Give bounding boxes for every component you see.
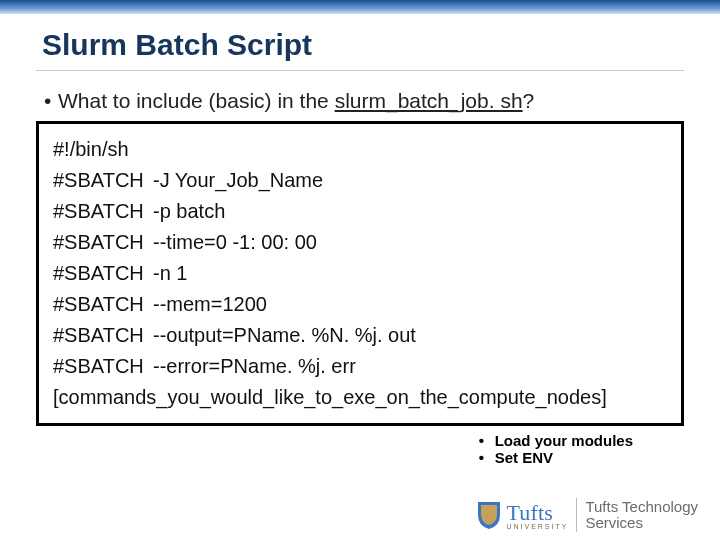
slide-title: Slurm Batch Script — [0, 14, 720, 62]
code-directive: #SBATCH--time=0 -1: 00: 00 — [53, 227, 669, 258]
slide: Slurm Batch Script • What to include (ba… — [0, 0, 720, 540]
code-shebang: #!/bin/sh — [53, 134, 669, 165]
intro-prefix: What to include (basic) in the — [58, 89, 335, 112]
intro-filename: slurm_batch_job. sh — [335, 89, 523, 112]
intro-bullet: • What to include (basic) in the slurm_b… — [0, 71, 720, 119]
note-item: Set ENV — [495, 449, 553, 466]
code-directive: #SBATCH-J Your_Job_Name — [53, 165, 669, 196]
code-directive: #SBATCH--output=PName. %N. %j. out — [53, 320, 669, 351]
code-tail: [commands_you_would_like_to_exe_on_the_c… — [53, 382, 669, 413]
code-directive: #SBATCH-p batch — [53, 196, 669, 227]
footer-separator — [576, 498, 577, 532]
bullet-dot-icon: • — [479, 432, 495, 449]
tufts-logo: Tufts UNIVERSITY — [476, 500, 568, 530]
code-directive: #SBATCH--error=PName. %j. err — [53, 351, 669, 382]
code-directive: #SBATCH--mem=1200 — [53, 289, 669, 320]
footer: Tufts UNIVERSITY Tufts Technology Servic… — [476, 498, 698, 532]
brand-sub: UNIVERSITY — [506, 523, 568, 530]
bullet-dot-icon: • — [44, 89, 58, 113]
side-note: •Load your modules •Set ENV — [479, 432, 633, 466]
note-item: Load your modules — [495, 432, 633, 449]
intro-suffix: ? — [523, 89, 535, 112]
footer-unit: Tufts Technology Services — [585, 499, 698, 531]
code-box: #!/bin/sh #SBATCH-J Your_Job_Name #SBATC… — [36, 121, 684, 426]
header-gradient — [0, 0, 720, 14]
bullet-dot-icon: • — [479, 449, 495, 466]
code-directive: #SBATCH-n 1 — [53, 258, 669, 289]
shield-icon — [476, 500, 502, 530]
